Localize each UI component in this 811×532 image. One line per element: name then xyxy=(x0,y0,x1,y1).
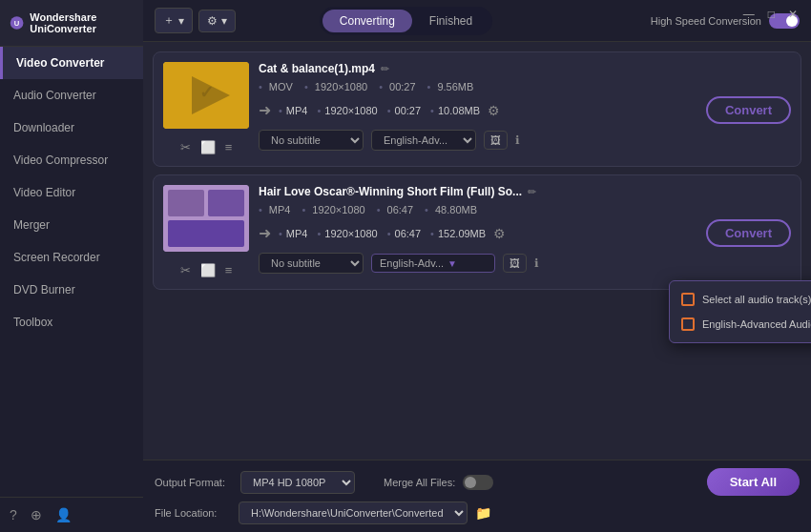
subtitle-select-2[interactable]: No subtitle xyxy=(259,253,364,274)
topbar: ＋ ▾ ⚙ ▾ Converting Finished High Speed C… xyxy=(143,0,811,42)
source-duration-1: •00:27 xyxy=(379,81,415,92)
cut-icon[interactable]: ✂ xyxy=(178,138,193,156)
crop-icon-2[interactable]: ⬜ xyxy=(198,261,218,279)
info-icon-2[interactable]: ℹ xyxy=(534,256,539,270)
file-name-2: Hair Love Oscar®-Winning Short Film (Ful… xyxy=(259,185,522,198)
sidebar-item-video-converter[interactable]: Video Converter xyxy=(0,47,143,79)
language-select-1[interactable]: English-Adv... xyxy=(371,130,476,151)
minimize-button[interactable]: — xyxy=(739,6,759,23)
file-name-1: Cat & balance(1).mp4 xyxy=(259,62,375,75)
source-size-1: •9.56MB xyxy=(427,81,474,92)
tab-converting[interactable]: Converting xyxy=(322,10,412,32)
source-size-2: •48.80MB xyxy=(425,204,477,215)
thumbnail-1: ✓ xyxy=(163,62,249,129)
list-icon-2[interactable]: ≡ xyxy=(223,261,235,279)
close-button[interactable]: ✕ xyxy=(784,6,801,23)
sidebar-item-label: Video Compressor xyxy=(13,153,108,167)
list-icon[interactable]: ≡ xyxy=(223,138,235,156)
merge-toggle-section: Merge All Files: xyxy=(384,475,493,490)
file-card-top-2: ✂ ⬜ ≡ Hair Love Oscar®-Winning Short Fil… xyxy=(163,185,791,279)
edit-filename-icon-2[interactable]: ✏ xyxy=(528,186,536,198)
user-icon[interactable]: 👤 xyxy=(55,507,72,522)
language-chevron-icon-2: ▼ xyxy=(447,258,457,269)
sidebar-item-video-editor[interactable]: Video Editor xyxy=(0,176,143,209)
dropdown-item-english-audio[interactable]: English-Advanced Audio Cod... xyxy=(670,312,811,337)
file-card-top-1: ✓ ✂ ⬜ ≡ Cat & balance(1).mp4 ✏ xyxy=(163,62,791,156)
output-resolution-1: •1920×1080 xyxy=(317,105,377,116)
file-info-2: Hair Love Oscar®-Winning Short Film (Ful… xyxy=(259,185,791,274)
file-location-select[interactable]: H:\Wondershare\UniConverter\Converted xyxy=(239,501,468,524)
help-icon[interactable]: ? xyxy=(10,507,17,522)
sidebar-item-dvd-burner[interactable]: DVD Burner xyxy=(0,274,143,306)
add-chevron-icon: ▾ xyxy=(178,14,184,28)
crop-icon[interactable]: ⬜ xyxy=(198,138,218,156)
convert-button-1[interactable]: Convert xyxy=(706,96,791,124)
convert-section-2: ➜ •MP4 •1920×1080 •06:47 •152.09MB ⚙ Con… xyxy=(259,219,791,247)
output-info-2: •MP4 •1920×1080 •06:47 •152.09MB xyxy=(279,228,486,239)
svg-rect-8 xyxy=(168,220,244,247)
sidebar-item-label: Merger xyxy=(13,218,50,232)
output-duration-2: •06:47 xyxy=(387,228,421,239)
convert-section-1: ➜ •MP4 •1920×1080 •00:27 •10.08MB ⚙ Conv… xyxy=(259,96,791,124)
convert-button-2[interactable]: Convert xyxy=(706,219,791,247)
start-all-button[interactable]: Start All xyxy=(707,468,800,496)
app-name: Wondershare UniConverter xyxy=(30,11,134,34)
output-settings-button-2[interactable]: ⚙ xyxy=(493,226,506,241)
main-content: ＋ ▾ ⚙ ▾ Converting Finished High Speed C… xyxy=(143,0,811,532)
bottombar: Output Format: MP4 HD 1080P Merge All Fi… xyxy=(143,460,811,532)
svg-text:✓: ✓ xyxy=(199,83,214,102)
edit-filename-icon-1[interactable]: ✏ xyxy=(381,63,389,75)
settings-button[interactable]: ⚙ ▾ xyxy=(198,10,236,32)
source-format-2: •MP4 xyxy=(259,204,290,215)
file-location-label: File Location: xyxy=(155,507,231,519)
sidebar-item-video-compressor[interactable]: Video Compressor xyxy=(0,144,143,176)
thumbnail-2 xyxy=(163,185,249,252)
tab-group: Converting Finished xyxy=(320,7,492,35)
language-value-2: English-Adv... xyxy=(380,257,444,269)
output-size-2: •152.09MB xyxy=(430,228,486,239)
sidebar-item-screen-recorder[interactable]: Screen Recorder xyxy=(0,241,143,274)
language-select-open-2[interactable]: English-Adv... ▼ xyxy=(371,254,495,273)
file-name-row-2: Hair Love Oscar®-Winning Short Film (Ful… xyxy=(259,185,791,198)
output-format-2: •MP4 xyxy=(279,228,307,239)
sidebar-item-label: Downloader xyxy=(13,121,74,134)
output-resolution-2: •1920×1080 xyxy=(317,228,377,239)
dropdown-item-label-select-all: Select all audio track(s) xyxy=(702,294,811,305)
output-format-select[interactable]: MP4 HD 1080P xyxy=(240,471,355,494)
source-resolution-1: •1920×1080 xyxy=(304,81,367,92)
folder-icon[interactable]: 📁 xyxy=(475,505,491,521)
output-settings-button-1[interactable]: ⚙ xyxy=(488,103,500,118)
cut-icon-2[interactable]: ✂ xyxy=(178,261,193,279)
thumb-icons-2: ✂ ⬜ ≡ xyxy=(178,261,235,279)
merge-label: Merge All Files: xyxy=(384,477,455,488)
image-btn-1[interactable]: 🖼 xyxy=(484,131,508,150)
sidebar-item-merger[interactable]: Merger xyxy=(0,209,143,241)
checkbox-english-audio[interactable] xyxy=(681,317,695,331)
sidebar-item-downloader[interactable]: Downloader xyxy=(0,112,143,144)
source-resolution-2: •1920×1080 xyxy=(302,204,364,215)
source-format-1: •MOV xyxy=(259,81,293,92)
subtitle-select-1[interactable]: No subtitle xyxy=(259,130,364,151)
window-controls: — □ ✕ xyxy=(739,6,801,23)
sidebar-item-audio-converter[interactable]: Audio Converter xyxy=(0,79,143,112)
subtitle-row-2: No subtitle English-Adv... ▼ 🖼 ℹ xyxy=(259,253,791,274)
sidebar-item-toolbox[interactable]: Toolbox xyxy=(0,306,143,338)
file-card-2: ✂ ⬜ ≡ Hair Love Oscar®-Winning Short Fil… xyxy=(153,174,801,290)
checkbox-select-all[interactable] xyxy=(681,293,695,306)
community-icon[interactable]: ⊕ xyxy=(31,507,42,522)
output-size-1: •10.08MB xyxy=(430,105,480,116)
file-name-row-1: Cat & balance(1).mp4 ✏ xyxy=(259,62,791,75)
sidebar-item-label: Toolbox xyxy=(13,316,52,329)
app-header: U Wondershare UniConverter xyxy=(0,0,143,47)
gear-icon: ⚙ xyxy=(207,14,218,28)
image-btn-2[interactable]: 🖼 xyxy=(503,254,527,273)
tab-finished[interactable]: Finished xyxy=(412,10,489,32)
dropdown-item-select-all[interactable]: Select all audio track(s) ℹ xyxy=(670,287,811,312)
merge-toggle[interactable] xyxy=(463,475,493,490)
file-meta-source-2: •MP4 •1920×1080 •06:47 •48.80MB xyxy=(259,204,791,215)
info-icon-1[interactable]: ℹ xyxy=(515,133,520,147)
source-duration-2: •06:47 xyxy=(377,204,413,215)
maximize-button[interactable]: □ xyxy=(764,6,779,23)
add-files-button[interactable]: ＋ ▾ xyxy=(155,8,193,33)
sidebar-item-label: Audio Converter xyxy=(13,89,96,102)
